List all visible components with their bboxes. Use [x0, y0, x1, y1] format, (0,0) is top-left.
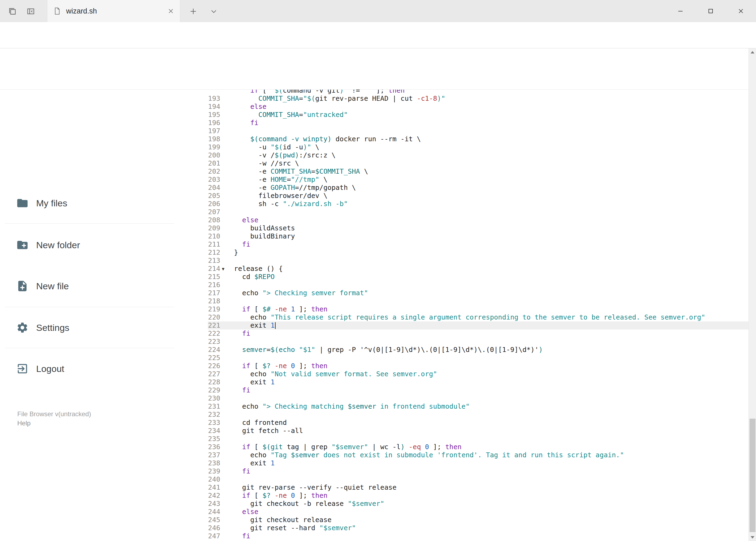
sidebar-item-new-file[interactable]: New file [0, 274, 193, 298]
line-number: 235 [208, 435, 220, 443]
sidebar-item-logout[interactable]: Logout [0, 356, 193, 381]
page-scrollbar[interactable] [748, 48, 756, 541]
code-line-235[interactable]: 235 [208, 435, 748, 443]
close-button[interactable] [726, 0, 756, 22]
line-number: 236 [208, 443, 220, 451]
code-line-244[interactable]: 244 else [208, 508, 748, 516]
tabs-aside-list-button[interactable] [5, 4, 19, 18]
code-text [220, 297, 234, 305]
code-line-241[interactable]: 241 git rev-parse --verify --quiet relea… [208, 483, 748, 492]
line-number: 197 [208, 127, 220, 135]
help-link[interactable]: Help [17, 419, 91, 428]
code-line-237[interactable]: 237 echo "Tag $semver does not exist in … [208, 451, 748, 459]
code-line-220[interactable]: 220 echo "This release script requires a… [208, 313, 748, 321]
scroll-up-button[interactable] [749, 48, 756, 56]
tab-title: wizard.sh [66, 7, 163, 15]
minimize-button[interactable] [665, 0, 695, 22]
code-line-203[interactable]: 203 -e HOME="//tmp" \ [208, 176, 748, 184]
code-line-199[interactable]: 199 -u "$(id -u)" \ [208, 143, 748, 151]
new-tab-button[interactable] [186, 4, 200, 18]
code-line-233[interactable]: 233 cd frontend [208, 419, 748, 427]
line-number: 193 [208, 95, 220, 103]
code-line-219[interactable]: 219 if [ $# -ne 1 ]; then [208, 305, 748, 313]
tabs-aside-icon [8, 7, 17, 16]
code-line-239[interactable]: 239 fi [208, 467, 748, 475]
code-line-216[interactable]: 216 [208, 281, 748, 289]
code-line-230[interactable]: 230 [208, 394, 748, 402]
code-lines: if [ "$(command -v git)" != "" ]; then19… [193, 90, 748, 540]
code-text: -v /$(pwd):/src:z \ [220, 151, 336, 159]
code-line-partial[interactable]: if [ "$(command -v git)" != "" ]; then [208, 90, 748, 95]
code-line-198[interactable]: 198 $(command -v winpty) docker run --rm… [208, 135, 748, 143]
code-line-196[interactable]: 196 fi [208, 119, 748, 127]
code-line-234[interactable]: 234 git fetch --all [208, 427, 748, 435]
code-line-210[interactable]: 210 buildBinary [208, 232, 748, 241]
code-line-202[interactable]: 202 -e COMMIT_SHA=$COMMIT_SHA \ [208, 168, 748, 176]
code-line-201[interactable]: 201 -w //src \ [208, 159, 748, 168]
sidebar-item-new-folder[interactable]: New folder [0, 233, 193, 257]
code-text [220, 281, 234, 289]
code-line-209[interactable]: 209 buildAssets [208, 224, 748, 232]
fold-marker-icon[interactable]: ▾ [222, 265, 225, 272]
code-line-213[interactable]: 213 [208, 257, 748, 265]
code-line-194[interactable]: 194 else [208, 103, 748, 111]
line-number: 229 [208, 386, 220, 394]
code-line-221[interactable]: 221 exit 1 [208, 321, 748, 329]
code-text: COMMIT_SHA="$(git rev-parse HEAD | cut -… [220, 95, 445, 103]
code-line-206[interactable]: 206 sh -c "./wizard.sh -b" [208, 200, 748, 208]
scrollbar-thumb[interactable] [750, 419, 755, 532]
code-text [220, 257, 234, 265]
tab-preview-toggle-button[interactable] [207, 4, 221, 18]
code-text: echo "Not valid semver format. See semve… [220, 370, 437, 378]
code-line-214[interactable]: 214▾release () { [208, 265, 748, 273]
code-editor[interactable]: if [ "$(command -v git)" != "" ]; then19… [193, 90, 748, 541]
line-number: 239 [208, 467, 220, 475]
sidebar-item-my-files[interactable]: My files [0, 191, 193, 215]
code-text [220, 410, 234, 419]
code-text: fi [220, 119, 258, 127]
code-line-247[interactable]: 247 fi [208, 532, 748, 540]
code-line-243[interactable]: 243 git checkout -b release "$semver" [208, 500, 748, 508]
code-line-195[interactable]: 195 COMMIT_SHA="untracked" [208, 111, 748, 119]
code-line-232[interactable]: 232 [208, 410, 748, 419]
code-line-226[interactable]: 226 if [ $? -ne 0 ]; then [208, 362, 748, 370]
code-line-228[interactable]: 228 exit 1 [208, 378, 748, 386]
code-line-231[interactable]: 231 echo "> Checking matching $semver in… [208, 402, 748, 410]
code-line-236[interactable]: 236 if [ $(git tag | grep "$semver" | wc… [208, 443, 748, 451]
code-line-212[interactable]: 212} [208, 249, 748, 257]
code-line-197[interactable]: 197 [208, 127, 748, 135]
set-tabs-aside-button[interactable] [24, 4, 38, 18]
code-line-238[interactable]: 238 exit 1 [208, 459, 748, 467]
code-line-246[interactable]: 246 git reset --hard "$semver" [208, 524, 748, 532]
code-text: else [220, 216, 258, 224]
code-text: fi [220, 532, 250, 540]
maximize-button[interactable] [695, 0, 726, 22]
code-line-224[interactable]: 224 semver=$(echo "$1" | grep -P '^v(0|[… [208, 346, 748, 354]
code-line-225[interactable]: 225 [208, 354, 748, 362]
code-line-240[interactable]: 240 [208, 475, 748, 483]
sidebar-item-settings[interactable]: Settings [0, 315, 193, 340]
tab-close-icon[interactable] [167, 8, 174, 14]
code-line-222[interactable]: 222 fi [208, 329, 748, 337]
code-line-227[interactable]: 227 echo "Not valid semver format. See s… [208, 370, 748, 378]
line-number: 215 [208, 273, 220, 281]
code-line-245[interactable]: 245 git checkout release [208, 516, 748, 524]
code-line-211[interactable]: 211 fi [208, 241, 748, 249]
code-line-217[interactable]: 217 echo "> Checking semver format" [208, 289, 748, 297]
browser-tab[interactable]: wizard.sh [47, 0, 180, 22]
code-line-229[interactable]: 229 fi [208, 386, 748, 394]
code-line-223[interactable]: 223 [208, 337, 748, 346]
code-line-205[interactable]: 205 filebrowser/dev \ [208, 192, 748, 200]
line-number: 209 [208, 224, 220, 232]
code-line-242[interactable]: 242 if [ $? -ne 0 ]; then [208, 492, 748, 500]
scroll-down-button[interactable] [749, 533, 756, 541]
code-line-207[interactable]: 207 [208, 208, 748, 216]
code-line-200[interactable]: 200 -v /$(pwd):/src:z \ [208, 151, 748, 159]
code-line-193[interactable]: 193 COMMIT_SHA="$(git rev-parse HEAD | c… [208, 95, 748, 103]
code-text [220, 337, 234, 346]
code-line-208[interactable]: 208 else [208, 216, 748, 224]
code-line-215[interactable]: 215 cd $REPO [208, 273, 748, 281]
code-line-218[interactable]: 218 [208, 297, 748, 305]
code-line-204[interactable]: 204 -e GOPATH=//tmp/gopath \ [208, 184, 748, 192]
browser-nav-bar: filebrowser.web/files/wizard.sh [0, 22, 756, 48]
